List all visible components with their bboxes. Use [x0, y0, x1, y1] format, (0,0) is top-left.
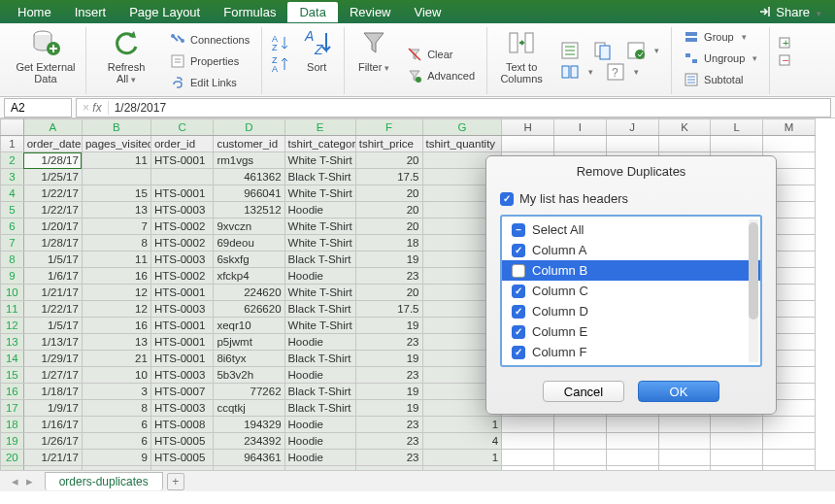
share-button[interactable]: Share	[751, 5, 829, 19]
cell[interactable]: 1/5/17	[23, 252, 82, 268]
row-header-16[interactable]: 16	[1, 384, 24, 400]
cell[interactable]: 19	[355, 400, 422, 417]
group-button[interactable]: Group	[680, 27, 761, 47]
cell[interactable]: Hoodie	[284, 202, 355, 218]
cell[interactable]: 20	[355, 185, 422, 202]
cell[interactable]	[711, 136, 763, 152]
cell[interactable]: HTS-0005	[150, 433, 214, 450]
subtotal-button[interactable]: Subtotal	[680, 70, 761, 89]
text-to-columns-button[interactable]: Text to Columns	[495, 27, 548, 94]
col-header-G[interactable]: G	[422, 119, 502, 136]
cell[interactable]: 1/21/17	[23, 450, 82, 466]
cell[interactable]: 10	[82, 367, 150, 384]
cell[interactable]: 6	[82, 433, 150, 450]
cell[interactable]: HTS-0003	[150, 252, 214, 268]
cell[interactable]: 12	[82, 301, 150, 318]
cell[interactable]: 8	[82, 400, 150, 417]
cell[interactable]: HTS-0002	[150, 268, 214, 285]
cell[interactable]	[711, 466, 763, 471]
cell[interactable]: 1/6/17	[23, 268, 82, 285]
cell[interactable]: White T-Shirt	[284, 285, 355, 301]
cell[interactable]: HTS-0001	[150, 285, 214, 301]
cell[interactable]: 16	[82, 318, 150, 334]
cell[interactable]: xfckp4	[214, 268, 284, 285]
cell[interactable]	[606, 433, 658, 450]
flash-fill-button[interactable]	[555, 41, 584, 60]
cell[interactable]: 1/26/17	[23, 433, 82, 450]
column-item[interactable]: Column D	[502, 301, 760, 321]
cell[interactable]: 20	[355, 152, 422, 169]
cell[interactable]: 1/9/17	[23, 400, 82, 417]
cell[interactable]: 19	[355, 384, 422, 400]
row-header-21[interactable]: 21	[1, 466, 24, 471]
cell[interactable]: 1/27/17	[23, 367, 82, 384]
cell-header[interactable]: tshirt_quantity	[422, 136, 502, 152]
cell[interactable]: 1/22/17	[23, 202, 82, 218]
row-header-8[interactable]: 8	[1, 252, 24, 268]
cell[interactable]: 11	[82, 252, 150, 268]
cell[interactable]: HTS-0001	[150, 318, 214, 334]
cell[interactable]	[711, 417, 763, 433]
show-detail-button[interactable]: +	[778, 35, 797, 50]
cell[interactable]: Black T-Shirt	[284, 351, 355, 367]
cell[interactable]: HTS-0008	[150, 417, 214, 433]
cell[interactable]	[606, 450, 658, 466]
cell[interactable]: 13	[82, 334, 150, 351]
cell[interactable]: 194329	[214, 417, 284, 433]
tab-review[interactable]: Review	[338, 2, 403, 22]
cell[interactable]: 15	[82, 185, 150, 202]
row-header-20[interactable]: 20	[1, 450, 24, 466]
cell[interactable]: Hoodie	[284, 268, 355, 285]
connections-button[interactable]: Connections	[166, 30, 253, 50]
cell[interactable]: 7	[82, 218, 150, 235]
cell[interactable]	[502, 466, 554, 471]
cell[interactable]	[606, 417, 658, 433]
cell[interactable]: HTS-0002	[150, 235, 214, 252]
what-if-button[interactable]: ?	[601, 62, 643, 82]
row-header-15[interactable]: 15	[1, 367, 24, 384]
col-header-E[interactable]: E	[284, 119, 355, 136]
cell[interactable]: White T-Shirt	[284, 152, 355, 169]
cell[interactable]: HTS-0001	[150, 334, 214, 351]
consolidate-button[interactable]	[555, 62, 597, 82]
cell-header[interactable]: customer_id	[214, 136, 284, 152]
edit-links-button[interactable]: Edit Links	[166, 73, 253, 92]
cell[interactable]	[502, 450, 554, 466]
cell[interactable]: White T-Shirt	[284, 235, 355, 252]
cell[interactable]: 8	[82, 235, 150, 252]
col-header-I[interactable]: I	[554, 119, 607, 136]
select-all-corner[interactable]	[1, 119, 24, 136]
cell[interactable]: 1/16/17	[23, 417, 82, 433]
cell[interactable]: 13	[82, 202, 150, 218]
row-header-2[interactable]: 2	[1, 152, 24, 169]
cell[interactable]: Black T-Shirt	[284, 301, 355, 318]
cell[interactable]: rm1vgs	[214, 152, 284, 169]
tab-pagelayout[interactable]: Page Layout	[117, 2, 212, 22]
cell[interactable]: 19	[355, 466, 422, 471]
cell[interactable]: xeqr10	[214, 318, 284, 334]
cell[interactable]	[502, 433, 554, 450]
row-header-11[interactable]: 11	[1, 301, 24, 318]
has-headers-checkbox[interactable]: My list has headers	[500, 188, 762, 209]
cell[interactable]: 1	[422, 466, 502, 471]
cell[interactable]: 1/13/17	[23, 334, 82, 351]
cell[interactable]: 514078	[214, 466, 284, 471]
cell[interactable]: 1/28/17	[23, 235, 82, 252]
column-item[interactable]: Column B	[502, 260, 760, 281]
scrollbar[interactable]	[749, 219, 758, 362]
select-all-item[interactable]: Select All	[502, 219, 760, 240]
cell[interactable]: 1/25/17	[23, 169, 82, 185]
get-external-data-button[interactable]: Get External Data	[14, 27, 78, 84]
sort-button[interactable]: AZ Sort	[297, 27, 336, 73]
cell[interactable]: 12	[82, 285, 150, 301]
cell[interactable]: 9	[82, 450, 150, 466]
cell[interactable]: 21	[82, 351, 150, 367]
cell-header[interactable]: tshirt_price	[355, 136, 422, 152]
row-header-18[interactable]: 18	[1, 417, 24, 433]
cell[interactable]: 13	[82, 466, 150, 471]
cell[interactable]: 19	[355, 252, 422, 268]
cell[interactable]: 966041	[214, 185, 284, 202]
cell[interactable]: 224620	[214, 285, 284, 301]
cell[interactable]: 17.5	[355, 301, 422, 318]
cell[interactable]: 1/22/17	[23, 185, 82, 202]
